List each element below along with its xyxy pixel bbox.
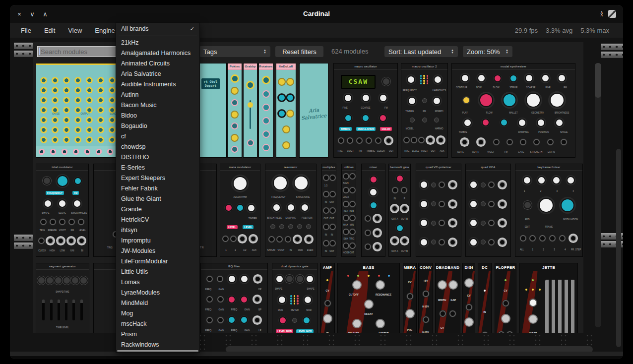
module-card-deadband[interactable]: DEADBANDWIDTHGAPCV [435,263,460,333]
module-panel: IN [478,271,491,333]
module-card-mixer[interactable]: mixer [361,164,385,257]
brand-menu-item[interactable]: chowdsp [116,142,199,152]
knob [379,114,387,122]
module-card-eq-filter[interactable]: EQ filterFREQGAINHPFREQGAINFREQGAINBPFRE… [200,263,268,333]
brand-menu-item[interactable]: Bacon Music [116,100,199,111]
module-card-quad-vca[interactable]: quad VCA [465,164,511,257]
brand-menu-item[interactable]: JW-Modules [116,246,199,256]
brand-menu-item[interactable]: HetrickCV [116,215,199,225]
browser-scrollbar-thumb[interactable] [595,63,601,98]
module-card-grabby[interactable]: Grabby [243,63,257,158]
rack-vertical-scrollbar[interactable] [616,149,621,347]
control-label: SLOPE [54,212,71,214]
module-controls [495,331,516,333]
brand-menu-item[interactable]: 21kHz [116,38,199,48]
brand-menu-item[interactable]: Aria Salvatrice [116,69,199,79]
brand-menu-item[interactable]: MindMeld [116,298,199,308]
brand-menu-item[interactable]: Mog [116,308,199,319]
knob [550,93,565,108]
module-card-module[interactable]: AriaSalvatrice [299,63,328,158]
menu-file[interactable]: File [21,27,31,34]
browser-scrollbar-track[interactable] [595,63,601,327]
brand-menu-item[interactable]: Little Utils [116,267,199,277]
module-card-digi[interactable]: DIGICVANALOG [462,263,475,333]
brand-menu-item[interactable]: Fehler Fabrik [116,183,199,194]
brand-menu-item[interactable]: Autinn [116,90,199,100]
module-card-quad-vc-polarizer[interactable]: quad VC-polarizer [416,164,461,257]
module-card-flopper[interactable]: FLOPPERCVIN [495,263,516,333]
brand-menu-item[interactable]: ihtsyn [116,225,199,236]
brand-menu-item[interactable]: Amalgamated Harmonics [116,48,199,59]
jack [343,201,349,207]
jack [561,139,567,145]
module-card-keyframer-mixer[interactable]: keyframer/mixer1234ADDMODULATIONEDITFRAM… [515,164,583,257]
module-card-segment-generator[interactable]: segment generatorSHAPE/TIMETIME/LEVELGAT… [36,263,89,333]
brand-menu-item[interactable]: cf [116,131,199,142]
module-card-tidal-modulator[interactable]: tidal modulatorFREQUENCYFMSHAPESLOPESMOO… [36,164,89,257]
control-label: OUT B [400,250,410,252]
module-card-utilities[interactable]: utilitiesSIGNLOGICIN AIN BMAXMINS&HTRIGN… [341,164,356,257]
brand-menu-item[interactable]: Impromptu [116,236,199,246]
brand-menu-item[interactable]: Audible Instruments [116,79,199,90]
knob [525,74,533,82]
control-label: RESONANCE [369,293,398,296]
cardinal-logo-icon[interactable] [608,10,616,18]
jack [499,201,506,207]
double-chevron-up-icon[interactable]: ∧∧ [600,11,603,16]
brand-menu-item[interactable]: Glue the Giant [116,194,199,204]
brand-menu-item[interactable]: Bidoo [116,111,199,121]
jack [366,137,372,144]
module-card-jette[interactable]: JETTEV/OCT [519,263,578,333]
module-card-rotatoes[interactable]: Rotatoes [258,63,273,158]
brand-menu-item[interactable]: Lomas [116,277,199,288]
module-card-pokies[interactable]: Pokies [227,63,242,158]
brand-menu-item[interactable]: Prism [116,329,199,340]
module-card-modal-synthesizer[interactable]: modal synthesizerCONTOURBOWBLOWSTRIKECOA… [451,63,575,158]
brand-menu-item[interactable]: Bogaudio [116,121,199,131]
module-controls [520,289,546,291]
brand-menu-item[interactable]: Animated Circuits [116,59,199,69]
module-card-macro-oscillator[interactable]: macro oscillatorCSAWFINECOARSEFMTIMBREMO… [333,63,398,158]
led-matrix [290,295,299,304]
chip-label: COLOR [380,127,392,131]
knob [292,318,297,323]
brand-menu-item[interactable]: mscHack [116,319,199,329]
brand-menu-item[interactable]: LifeFormModular [116,256,199,267]
rack-rail [601,44,623,60]
module-card-mera[interactable]: MERACVPRE [403,263,417,333]
module-card-amp[interactable]: AMPCVIN [320,263,335,333]
brand-menu-item[interactable]: LyraeModules [116,288,199,298]
module-card-macro-oscillator-2[interactable]: macro oscillator 2FREQUENCYHARMONICSTIMB… [401,63,448,158]
cpu-max: 5.3% max [580,27,609,34]
control-label: ENVMOD [339,332,369,333]
menu-scrollbar[interactable] [117,350,198,352]
menu-engine[interactable]: Engine [95,27,115,34]
brand-menu-item[interactable]: Expert Sleepers [116,173,199,183]
menu-edit[interactable]: Edit [44,27,55,34]
brand-menu-item[interactable]: DISTRHO [116,152,199,163]
jack [59,219,65,225]
brand-menu-item[interactable]: Grande [116,204,199,215]
module-controls [244,81,257,89]
module-card-bernoulli-gate[interactable]: bernoulli gateINPOUT AOUT BOUT AOUT B [388,164,411,257]
module-panel: V/OCT [520,271,577,333]
menu-view[interactable]: View [68,27,82,34]
module-controls [389,204,410,213]
chip-label: FREQUENCY [46,191,64,195]
brand-menu-item-all-brands[interactable]: All brands ✓ [116,24,199,34]
jack [570,235,576,242]
knob [246,81,254,89]
module-card-undular[interactable]: UnDuLaR [276,63,296,158]
brand-menu-item[interactable]: Rackwindows [116,340,199,350]
control-label: DAMPING [283,217,299,219]
jack [449,182,456,188]
module-card-dc[interactable]: DCIN [478,263,492,333]
brand-menu-item[interactable]: E-Series [116,163,199,173]
module-card-bass[interactable]: BASSCUTOFFRESONANCEDECAYENVMODACCENTACCE… [337,263,400,333]
module-card-dual-dynamics-gate[interactable]: dual dynamics gateSHAPESHAPEMODMETERMODL… [272,263,317,333]
module-controls [334,114,397,122]
module-card-multiples[interactable]: multiples1:3INOUTOUTOUTINININOUT [321,164,336,257]
module-card-meta-modulator[interactable]: meta modulatorALGORITHMTIMBRELEVELLEVEL1… [220,164,260,257]
module-card-resonator[interactable]: resonatorFREQUENCYSTRUCTUREBRIGHTNESSDAM… [265,164,316,257]
module-card-conv[interactable]: CONV+5V0-10V0-10V [418,263,433,333]
